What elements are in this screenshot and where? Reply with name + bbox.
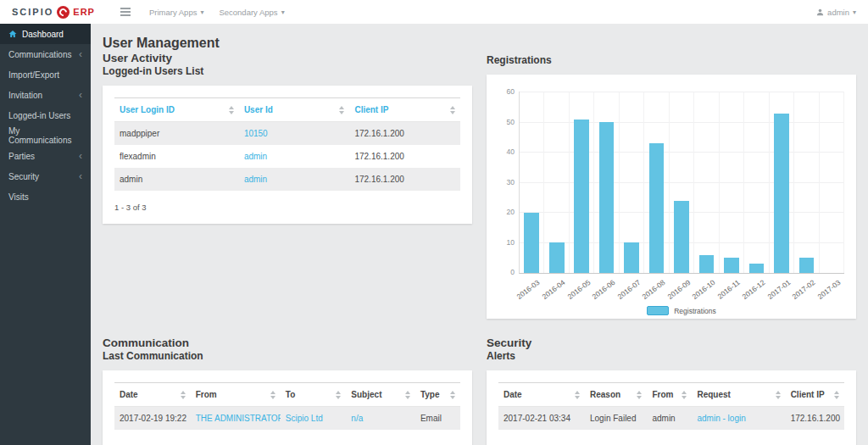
registrations-bar-chart: 0102030405060 [519, 92, 844, 274]
y-axis-tick-label: 30 [507, 178, 515, 186]
cell: 10150 [239, 122, 350, 146]
bar [649, 143, 665, 273]
link[interactable]: n/a [351, 414, 363, 423]
column-header-user-id[interactable]: User Id [239, 98, 350, 122]
logged-in-users-table: User Login IDUser IdClient IPmadppiper10… [114, 97, 460, 191]
link[interactable]: admin - login [697, 414, 745, 423]
x-axis-tick-label: 2016-12 [741, 278, 767, 301]
widget-title-registrations: Registrations [487, 54, 856, 67]
column-header-from[interactable]: From [647, 383, 692, 407]
registrations-chart-card: 0102030405060 2016-032016-042016-052016-… [487, 75, 856, 319]
sidebar-item-parties[interactable]: Parties‹ [0, 146, 91, 166]
sort-icon[interactable] [682, 391, 687, 399]
column-header-client-ip[interactable]: Client IP [349, 98, 460, 122]
sort-icon[interactable] [450, 106, 455, 114]
sort-icon[interactable] [450, 391, 455, 399]
sort-icon[interactable] [575, 391, 580, 399]
cell: 172.16.1.200 [349, 145, 460, 168]
y-axis-tick-label: 20 [507, 208, 515, 216]
sidebar-item-communications[interactable]: Communications‹ [0, 44, 91, 64]
cell: 172.16.1.200 [786, 407, 844, 431]
sidebar-item-logged-in-users[interactable]: Logged-in Users [0, 105, 91, 125]
sidebar-item-label: Logged-in Users [8, 111, 70, 120]
cell: admin - login [692, 407, 785, 431]
y-axis-tick-label: 0 [510, 268, 515, 276]
sort-icon[interactable] [336, 391, 341, 399]
sidebar-item-label: Parties [8, 152, 35, 161]
column-header-date[interactable]: Date [498, 383, 585, 407]
cell: n/a [346, 407, 415, 431]
x-axis-tick-label: 2017-01 [765, 278, 792, 301]
sidebar-item-my-communications[interactable]: My Communications [0, 125, 91, 146]
communication-column: Communication Last Communication DateFro… [103, 336, 472, 445]
sidebar-item-label: Dashboard [22, 30, 64, 39]
sort-icon[interactable] [776, 391, 781, 399]
y-axis-tick-label: 50 [507, 118, 515, 126]
section-title-user-activity: User Activity [103, 51, 472, 65]
cell: THE ADMINISTRATOR [191, 407, 281, 431]
sort-icon[interactable] [834, 391, 839, 399]
nav-link-secondary-apps[interactable]: Secondary Apps▾ [219, 8, 284, 17]
column-header-type[interactable]: Type [415, 383, 460, 407]
bar [524, 213, 539, 273]
chevron-left-icon: ‹ [79, 91, 82, 99]
table-row: 2017-02-21 03:34Login Failedadminadmin -… [498, 407, 844, 431]
sort-icon[interactable] [181, 391, 186, 399]
column-header-user-login-id[interactable]: User Login ID [114, 98, 239, 122]
column-header-subject[interactable]: Subject [346, 383, 415, 407]
cell: Scipio Ltd [281, 407, 347, 431]
bar [624, 242, 639, 273]
column-header-to[interactable]: To [281, 383, 347, 407]
table-row: adminadmin172.16.1.200 [114, 168, 460, 191]
page-title: User Management [103, 35, 472, 51]
legend-label: Registrations [674, 307, 716, 315]
link[interactable]: admin [244, 152, 267, 161]
security-alerts-card: DateReasonFromRequestClient IP2017-02-21… [487, 370, 856, 445]
logged-in-users-card: User Login IDUser IdClient IPmadppiper10… [103, 86, 472, 224]
x-axis-tick-label: 2016-03 [515, 278, 542, 301]
link[interactable]: admin [244, 175, 267, 184]
bar [724, 258, 739, 273]
y-axis-tick-label: 40 [507, 147, 515, 156]
widget-title-logged-in-users: Logged-in Users List [103, 65, 472, 78]
cell: Login Failed [585, 407, 647, 431]
link[interactable]: Scipio Ltd [286, 414, 323, 423]
column-header-from[interactable]: From [191, 383, 281, 407]
link[interactable]: 10150 [244, 129, 268, 138]
sidebar-item-import-export[interactable]: Import/Export [0, 64, 91, 85]
x-axis-tick-label: 2017-03 [815, 278, 842, 301]
x-axis-tick-label: 2016-09 [665, 278, 692, 301]
bar [774, 114, 789, 273]
column-header-request[interactable]: Request [692, 383, 785, 407]
sidebar-item-visits[interactable]: Visits [0, 186, 91, 207]
link[interactable]: THE ADMINISTRATOR [196, 414, 281, 423]
chart-legend: Registrations [519, 306, 844, 315]
column-header-client-ip[interactable]: Client IP [786, 383, 844, 407]
main-content: User Management User Activity Logged-in … [91, 24, 868, 445]
table-row: madppiper10150172.16.1.200 [114, 122, 460, 146]
sort-icon[interactable] [229, 106, 234, 114]
sidebar-item-invitation[interactable]: Invitation‹ [0, 85, 91, 105]
nav-link-primary-apps[interactable]: Primary Apps▾ [149, 8, 204, 17]
sort-icon[interactable] [339, 106, 344, 114]
sort-icon[interactable] [270, 391, 275, 399]
bar [549, 242, 565, 273]
top-navbar: SCIPIO ERP Primary Apps▾Secondary Apps▾ … [0, 0, 868, 24]
column-header-date[interactable]: Date [114, 383, 191, 407]
x-axis-tick-label: 2016-10 [691, 278, 717, 301]
logo-text-erp: ERP [73, 7, 95, 17]
widget-title-last-communication: Last Communication [103, 350, 472, 363]
user-menu[interactable]: admin ▾ [816, 8, 856, 17]
sidebar-item-label: Invitation [8, 91, 42, 100]
sidebar-item-security[interactable]: Security‹ [0, 166, 91, 186]
sidebar-item-dashboard[interactable]: Dashboard [0, 24, 91, 44]
x-axis-tick-label: 2016-11 [716, 278, 742, 301]
x-axis-tick-label: 2016-04 [541, 278, 567, 301]
sort-icon[interactable] [405, 391, 410, 399]
y-axis-tick-label: 60 [507, 87, 515, 96]
cell: 172.16.1.200 [349, 168, 460, 191]
column-header-reason[interactable]: Reason [585, 383, 647, 407]
hamburger-menu-icon[interactable] [117, 4, 134, 19]
sort-icon[interactable] [637, 391, 642, 399]
scipio-erp-logo[interactable]: SCIPIO ERP [12, 6, 95, 19]
